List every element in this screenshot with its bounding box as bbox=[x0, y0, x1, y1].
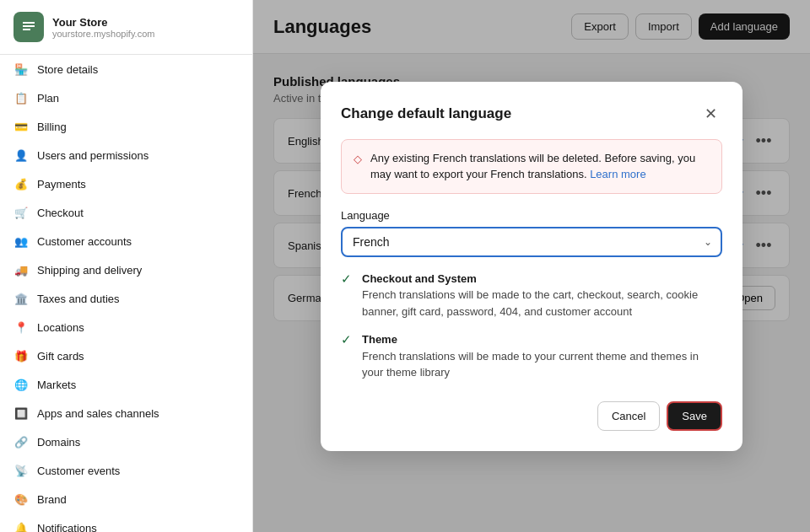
modal-header: Change default language ✕ bbox=[341, 102, 722, 126]
store-name: Your Store bbox=[52, 16, 154, 29]
nav-apps-sales-channels[interactable]: 🔲 Apps and sales channels bbox=[0, 399, 252, 427]
plan-icon: 📋 bbox=[14, 90, 29, 105]
option-text-1: Checkout and System French translations … bbox=[362, 271, 722, 320]
users-icon: 👤 bbox=[14, 148, 29, 163]
warning-icon: ◇ bbox=[354, 151, 362, 183]
check-icon-2: ✓ bbox=[341, 332, 352, 347]
option-checkout-system: ✓ Checkout and System French translation… bbox=[341, 271, 722, 320]
nav-locations[interactable]: 📍 Locations bbox=[0, 313, 252, 341]
change-default-language-modal: Change default language ✕ ◇ Any existing… bbox=[321, 82, 742, 451]
save-button[interactable]: Save bbox=[667, 401, 722, 431]
nav-markets[interactable]: 🌐 Markets bbox=[0, 370, 252, 399]
nav-brand[interactable]: 🎨 Brand bbox=[0, 485, 252, 513]
brand-icon: 🎨 bbox=[14, 492, 29, 507]
payments-icon: 💰 bbox=[14, 176, 29, 191]
nav-domains[interactable]: 🔗 Domains bbox=[0, 427, 252, 456]
cancel-button[interactable]: Cancel bbox=[597, 401, 660, 431]
customer-accounts-icon: 👥 bbox=[14, 234, 29, 249]
checkout-icon: 🛒 bbox=[14, 205, 29, 220]
domains-icon: 🔗 bbox=[14, 434, 29, 449]
nav-store-details[interactable]: 🏪 Store details bbox=[0, 55, 252, 83]
gift-cards-icon: 🎁 bbox=[14, 348, 29, 363]
taxes-icon: 🏛️ bbox=[14, 291, 29, 306]
store-info: Your Store yourstore.myshopify.com bbox=[52, 16, 154, 39]
translation-options-list: ✓ Checkout and System French translation… bbox=[341, 271, 722, 381]
main-area: Languages Export Import Add language Pub… bbox=[253, 0, 810, 532]
modal-overlay: Change default language ✕ ◇ Any existing… bbox=[253, 0, 810, 532]
nav-notifications[interactable]: 🔔 Notifications bbox=[0, 513, 252, 532]
billing-icon: 💳 bbox=[14, 119, 29, 134]
option-theme: ✓ Theme French translations will be made… bbox=[341, 331, 722, 381]
learn-more-link[interactable]: Learn more bbox=[590, 168, 645, 180]
nav-plan[interactable]: 📋 Plan bbox=[0, 83, 252, 112]
language-select-wrapper: French English Spanish German ⌄ bbox=[341, 227, 722, 257]
apps-icon: 🔲 bbox=[14, 406, 29, 421]
nav-taxes-duties[interactable]: 🏛️ Taxes and duties bbox=[0, 284, 252, 313]
option-text-2: Theme French translations will be made t… bbox=[362, 331, 722, 381]
nav-payments[interactable]: 💰 Payments bbox=[0, 169, 252, 198]
nav-users-permissions[interactable]: 👤 Users and permissions bbox=[0, 141, 252, 169]
language-field-label: Language bbox=[341, 209, 722, 222]
check-icon-1: ✓ bbox=[341, 271, 352, 287]
markets-icon: 🌐 bbox=[14, 377, 29, 392]
nav-shipping-delivery[interactable]: 🚚 Shipping and delivery bbox=[0, 255, 252, 284]
close-modal-button[interactable]: ✕ bbox=[699, 102, 722, 126]
shipping-icon: 🚚 bbox=[14, 262, 29, 277]
nav-customer-accounts[interactable]: 👥 Customer accounts bbox=[0, 227, 252, 255]
modal-footer: Cancel Save bbox=[341, 401, 722, 431]
sidebar: Your Store yourstore.myshopify.com 🏪 Sto… bbox=[0, 0, 253, 532]
sidebar-header: Your Store yourstore.myshopify.com bbox=[0, 0, 252, 55]
store-url: yourstore.myshopify.com bbox=[52, 29, 154, 39]
customer-events-icon: 📡 bbox=[14, 463, 29, 478]
warning-box: ◇ Any existing French translations will … bbox=[341, 139, 722, 194]
language-select[interactable]: French English Spanish German bbox=[341, 227, 722, 257]
nav-billing[interactable]: 💳 Billing bbox=[0, 112, 252, 141]
modal-title: Change default language bbox=[341, 105, 511, 122]
store-icon bbox=[14, 12, 44, 42]
nav-gift-cards[interactable]: 🎁 Gift cards bbox=[0, 341, 252, 370]
locations-icon: 📍 bbox=[14, 320, 29, 335]
notifications-icon: 🔔 bbox=[14, 520, 29, 532]
nav-checkout[interactable]: 🛒 Checkout bbox=[0, 198, 252, 227]
warning-text: Any existing French translations will be… bbox=[370, 150, 710, 183]
nav-customer-events[interactable]: 📡 Customer events bbox=[0, 456, 252, 485]
store-details-icon: 🏪 bbox=[14, 62, 29, 77]
